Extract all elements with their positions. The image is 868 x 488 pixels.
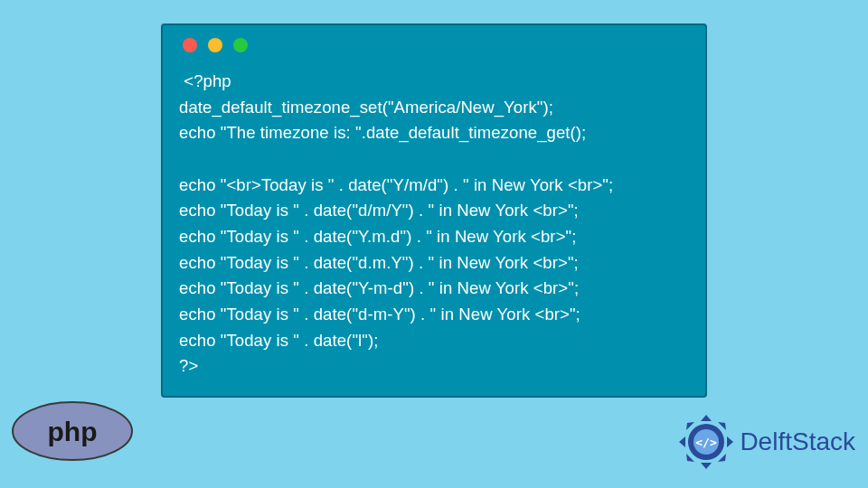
code-line: echo "Today is " . date("Y.m.d") . " in …	[179, 227, 576, 246]
code-line: <?php	[179, 71, 231, 90]
code-line: echo "<br>Today is " . date("Y/m/d") . "…	[179, 175, 613, 194]
delftstack-text: DelftStack	[740, 427, 855, 456]
code-line: echo "The timezone is: ".date_default_ti…	[179, 123, 586, 142]
php-logo-icon: php	[9, 399, 136, 463]
code-block: <?php date_default_timezone_set("America…	[179, 69, 689, 380]
code-line: echo "Today is " . date("Y-m-d") . " in …	[179, 278, 579, 297]
maximize-dot-icon	[233, 38, 248, 52]
svg-marker-1	[701, 415, 712, 421]
code-line: echo "Today is " . date("d.m.Y") . " in …	[179, 253, 579, 272]
code-window: <?php date_default_timezone_set("America…	[161, 23, 707, 398]
svg-marker-8	[686, 422, 694, 430]
minimize-dot-icon	[208, 38, 222, 52]
window-controls	[179, 38, 689, 52]
delftstack-logo: </> DelftStack	[678, 414, 855, 470]
delftstack-gear-icon: </>	[678, 414, 734, 470]
code-line: echo "Today is " . date("l");	[179, 331, 378, 350]
svg-marker-3	[679, 436, 685, 447]
code-line: date_default_timezone_set("America/New_Y…	[179, 98, 553, 117]
svg-marker-6	[686, 454, 694, 462]
svg-marker-4	[727, 436, 733, 447]
code-line: ?>	[179, 356, 198, 375]
svg-marker-2	[701, 463, 712, 469]
svg-marker-5	[718, 422, 726, 430]
php-logo-text: php	[48, 417, 98, 446]
code-line: echo "Today is " . date("d/m/Y") . " in …	[179, 201, 579, 220]
code-line: echo "Today is " . date("d-m-Y") . " in …	[179, 305, 580, 324]
svg-marker-7	[718, 454, 726, 462]
close-dot-icon	[183, 38, 197, 52]
svg-text:</>: </>	[696, 436, 718, 449]
